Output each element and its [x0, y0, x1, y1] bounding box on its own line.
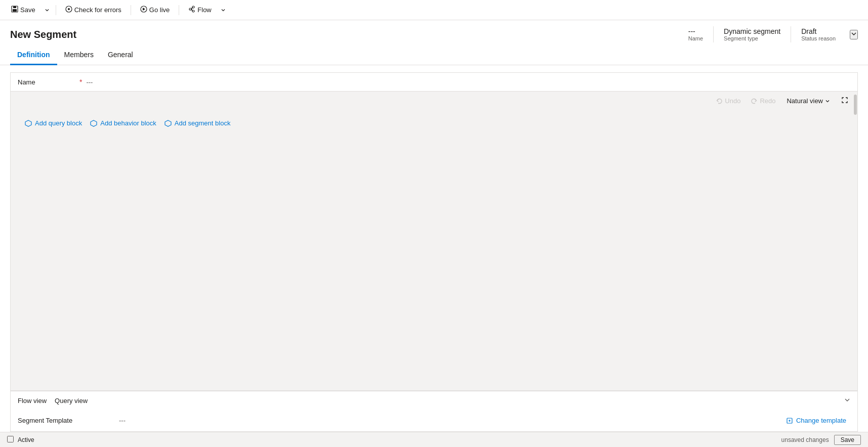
- meta-segment-type-label: Segment type: [724, 35, 758, 41]
- status-right: unsaved changes Save: [781, 435, 861, 445]
- name-field-value: ---: [86, 78, 93, 86]
- flow-view-tab[interactable]: Flow view: [18, 397, 47, 405]
- add-query-block-label: Add query block: [35, 119, 82, 127]
- bottom-section-body: Segment Template --- Change template: [11, 410, 857, 431]
- add-segment-block-label: Add segment block: [175, 119, 231, 127]
- tab-members[interactable]: Members: [57, 47, 101, 65]
- add-behavior-block-button[interactable]: Add behavior block: [86, 117, 160, 129]
- tabs-bar: Definition Members General: [0, 47, 868, 65]
- name-field-label: Name: [18, 78, 78, 86]
- name-required-indicator: *: [79, 78, 82, 86]
- natural-view-button[interactable]: Natural view: [783, 96, 833, 106]
- toolbar-divider-1: [56, 5, 56, 15]
- canvas-toolbar: Undo Redo Natural view: [11, 92, 857, 110]
- svg-rect-10: [8, 436, 14, 442]
- meta-name-value: ---: [688, 27, 695, 35]
- status-icon: [7, 436, 14, 444]
- definition-canvas: Undo Redo Natural view Add query block: [10, 92, 858, 391]
- query-view-tab[interactable]: Query view: [55, 397, 88, 405]
- meta-status-value: Draft: [801, 27, 816, 35]
- page-header: New Segment --- Name Dynamic segment Seg…: [0, 20, 868, 47]
- status-label: Active: [18, 436, 34, 443]
- meta-separator-2: [791, 26, 791, 42]
- go-live-label: Go live: [149, 6, 170, 14]
- save-dropdown-button[interactable]: [43, 5, 52, 15]
- flow-button[interactable]: Flow: [183, 3, 216, 17]
- canvas-expand-button[interactable]: [839, 96, 850, 106]
- add-segment-block-button[interactable]: Add segment block: [160, 117, 235, 129]
- flow-label: Flow: [197, 6, 211, 14]
- scrollbar-track[interactable]: [853, 92, 857, 390]
- scrollbar-thumb: [854, 95, 857, 115]
- section-chevron-icon: [844, 396, 850, 405]
- header-meta: --- Name Dynamic segment Segment type Dr…: [688, 26, 858, 42]
- meta-segment-type: Dynamic segment Segment type: [724, 27, 780, 41]
- check-errors-label: Check for errors: [74, 6, 121, 14]
- change-template-button[interactable]: Change template: [782, 415, 850, 426]
- svg-point-8: [192, 10, 194, 12]
- name-row: Name * ---: [10, 72, 858, 92]
- svg-rect-2: [13, 9, 17, 12]
- undo-button[interactable]: Undo: [714, 96, 742, 106]
- bottom-section-header[interactable]: Flow view Query view: [11, 391, 857, 410]
- unsaved-changes-label: unsaved changes: [781, 436, 829, 443]
- save-icon: [11, 6, 18, 14]
- page-title: New Segment: [10, 29, 76, 40]
- meta-name: --- Name: [688, 27, 703, 41]
- canvas-body: Add query block Add behavior block Add s…: [11, 110, 857, 390]
- meta-chevron-button[interactable]: [850, 30, 858, 39]
- add-blocks-group: Add query block Add behavior block Add s…: [21, 117, 234, 129]
- natural-view-label: Natural view: [787, 97, 823, 105]
- svg-point-6: [189, 8, 191, 10]
- add-behavior-block-label: Add behavior block: [100, 119, 156, 127]
- redo-button[interactable]: Redo: [749, 96, 777, 106]
- add-query-block-button[interactable]: Add query block: [21, 117, 86, 129]
- meta-separator-1: [713, 26, 714, 42]
- save-label: Save: [20, 6, 35, 14]
- content-area: Name * --- Undo Redo Natural view: [0, 65, 868, 432]
- flow-icon: [188, 6, 195, 14]
- tab-definition[interactable]: Definition: [10, 47, 57, 65]
- tab-general[interactable]: General: [101, 47, 140, 65]
- toolbar-divider-3: [179, 5, 179, 15]
- meta-status: Draft Status reason: [801, 27, 836, 41]
- go-live-icon: [140, 6, 147, 14]
- toolbar: Save Check for errors Go live Flow: [0, 0, 868, 20]
- redo-label: Redo: [760, 97, 775, 105]
- template-value: ---: [119, 417, 126, 424]
- save-button[interactable]: Save: [6, 3, 40, 17]
- meta-name-label: Name: [688, 35, 703, 41]
- svg-rect-1: [13, 6, 16, 8]
- svg-point-4: [68, 8, 70, 10]
- change-template-label: Change template: [796, 417, 846, 424]
- svg-point-7: [192, 6, 194, 8]
- status-left: Active: [7, 436, 34, 444]
- check-errors-icon: [65, 6, 72, 14]
- bottom-section: Flow view Query view Segment Template --…: [10, 391, 858, 432]
- go-live-button[interactable]: Go live: [135, 3, 175, 17]
- meta-status-label: Status reason: [801, 35, 836, 41]
- check-errors-button[interactable]: Check for errors: [60, 3, 127, 17]
- toolbar-divider-2: [131, 5, 131, 15]
- flow-dropdown-button[interactable]: [219, 5, 228, 15]
- undo-label: Undo: [725, 97, 740, 105]
- template-label: Segment Template: [18, 417, 89, 424]
- meta-segment-type-value: Dynamic segment: [724, 27, 780, 35]
- bottom-section-tabs: Flow view Query view: [18, 397, 88, 405]
- status-save-button[interactable]: Save: [834, 435, 861, 445]
- status-bar: Active unsaved changes Save: [0, 432, 868, 447]
